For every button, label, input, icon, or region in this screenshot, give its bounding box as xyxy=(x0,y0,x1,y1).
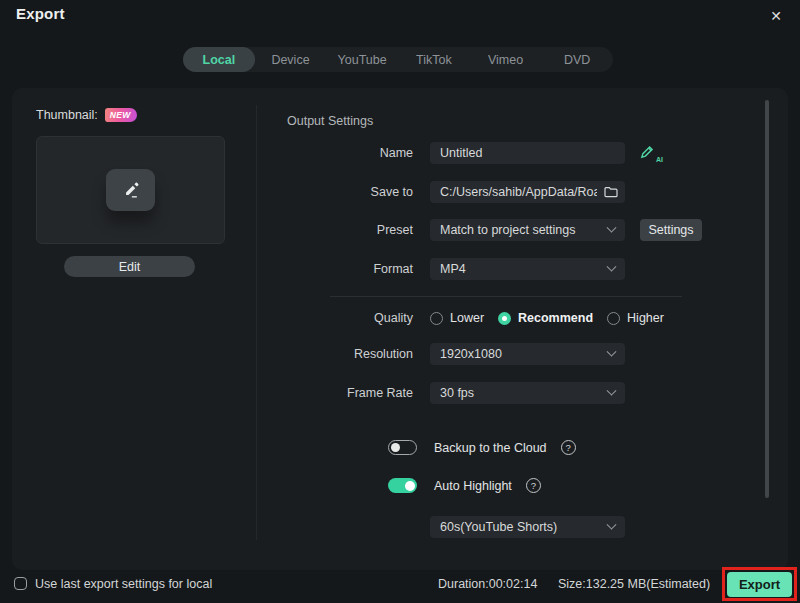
name-input[interactable] xyxy=(430,142,625,164)
export-dialog: Export ✕ Local Device YouTube TikTok Vim… xyxy=(0,0,800,603)
shorts-duration-value: 60s(YouTube Shorts) xyxy=(440,520,557,534)
pencil-icon xyxy=(121,180,141,200)
preset-value: Match to project settings xyxy=(440,223,575,237)
horizontal-divider xyxy=(330,296,682,297)
duration-text: Duration:00:02:14 xyxy=(438,577,537,591)
quality-label: Quality xyxy=(275,311,413,325)
preset-row: Preset Match to project settings Setting… xyxy=(275,219,702,241)
auto-highlight-toggle[interactable] xyxy=(388,478,417,493)
shorts-duration-dropdown[interactable]: 60s(YouTube Shorts) xyxy=(430,516,625,538)
format-dropdown[interactable]: MP4 xyxy=(430,258,625,280)
quality-option-lower[interactable]: Lower xyxy=(430,311,484,325)
tab-vimeo[interactable]: Vimeo xyxy=(470,47,542,72)
chevron-down-icon xyxy=(607,385,617,395)
chevron-down-icon xyxy=(607,261,617,271)
size-text: Size:132.25 MB(Estimated) xyxy=(558,577,710,591)
tab-tiktok[interactable]: TikTok xyxy=(398,47,470,72)
tab-device[interactable]: Device xyxy=(255,47,327,72)
save-to-row: Save to xyxy=(275,181,625,203)
new-badge: NEW xyxy=(105,108,137,122)
format-value: MP4 xyxy=(440,262,466,276)
help-icon[interactable]: ? xyxy=(526,478,541,493)
quality-option-higher[interactable]: Higher xyxy=(607,311,664,325)
chevron-down-icon xyxy=(607,346,617,356)
export-button[interactable]: Export xyxy=(727,572,792,597)
backup-cloud-toggle[interactable] xyxy=(388,440,417,455)
preset-dropdown[interactable]: Match to project settings xyxy=(430,219,625,241)
resolution-value: 1920x1080 xyxy=(440,347,502,361)
output-settings-section: Output Settings Name AI Save to xyxy=(275,88,788,570)
auto-highlight-label: Auto Highlight xyxy=(434,479,512,493)
ai-rename-icon[interactable]: AI xyxy=(639,143,663,163)
thumbnail-label: Thumbnail: xyxy=(36,108,98,122)
resolution-dropdown[interactable]: 1920x1080 xyxy=(430,343,625,365)
export-settings-panel: Thumbnail: NEW Edit Output Settings Name xyxy=(12,88,788,570)
backup-cloud-label: Backup to the Cloud xyxy=(434,441,547,455)
tab-dvd[interactable]: DVD xyxy=(541,47,613,72)
quality-row: Quality Lower Recommend Higher xyxy=(275,311,664,325)
tab-local[interactable]: Local xyxy=(183,47,255,72)
framerate-value: 30 fps xyxy=(440,386,474,400)
framerate-row: Frame Rate 30 fps xyxy=(275,382,625,404)
save-to-fieldwrap xyxy=(430,181,625,203)
radio-icon xyxy=(607,312,620,325)
quality-option-recommend[interactable]: Recommend xyxy=(498,311,593,325)
tab-youtube[interactable]: YouTube xyxy=(326,47,398,72)
export-destination-tabs: Local Device YouTube TikTok Vimeo DVD xyxy=(183,47,613,72)
help-icon[interactable]: ? xyxy=(561,440,576,455)
save-to-input[interactable] xyxy=(430,181,625,203)
settings-button[interactable]: Settings xyxy=(640,219,702,241)
resolution-label: Resolution xyxy=(275,347,413,361)
close-icon[interactable]: ✕ xyxy=(766,6,786,26)
output-settings-title: Output Settings xyxy=(287,114,373,128)
vertical-divider xyxy=(256,105,257,540)
format-row: Format MP4 xyxy=(275,258,625,280)
thumbnail-preview[interactable] xyxy=(36,136,225,244)
auto-highlight-row: Auto Highlight ? xyxy=(388,478,541,493)
format-label: Format xyxy=(275,262,413,276)
backup-row: Backup to the Cloud ? xyxy=(388,440,576,455)
edit-thumbnail-button[interactable]: Edit xyxy=(64,256,195,277)
name-label: Name xyxy=(275,146,413,160)
radio-icon xyxy=(430,312,443,325)
preset-label: Preset xyxy=(275,223,413,237)
ai-pencil-icon xyxy=(639,143,656,160)
thumbnail-header: Thumbnail: NEW xyxy=(36,108,137,122)
radio-selected-icon xyxy=(498,312,511,325)
use-last-settings-checkbox[interactable] xyxy=(14,577,27,590)
save-to-label: Save to xyxy=(275,185,413,199)
chevron-down-icon xyxy=(607,222,617,232)
use-last-settings-label: Use last export settings for local xyxy=(35,577,212,591)
chevron-down-icon xyxy=(607,519,617,529)
framerate-dropdown[interactable]: 30 fps xyxy=(430,382,625,404)
name-row: Name AI xyxy=(275,142,663,164)
dialog-title: Export xyxy=(16,5,65,22)
folder-browse-icon[interactable] xyxy=(603,184,619,200)
edit-pencil-icon[interactable] xyxy=(106,169,155,211)
resolution-row: Resolution 1920x1080 xyxy=(275,343,625,365)
ai-label: AI xyxy=(656,156,663,163)
quality-radio-group: Lower Recommend Higher xyxy=(430,311,664,325)
framerate-label: Frame Rate xyxy=(275,386,413,400)
shorts-duration-row: 60s(YouTube Shorts) xyxy=(430,516,625,538)
